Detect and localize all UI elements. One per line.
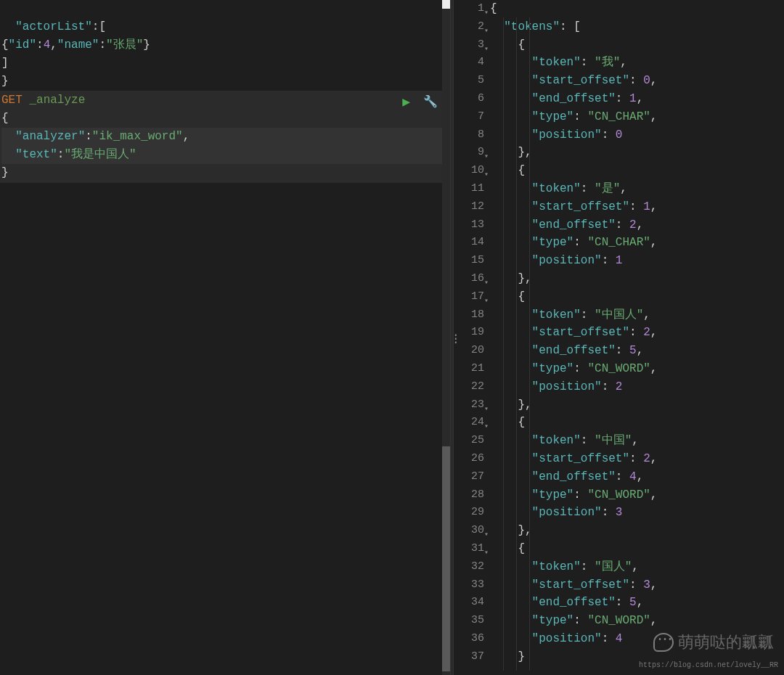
analyzer-key: analyzer	[23, 130, 78, 143]
response-pane: 1▾2▾3▾456789▾10▾111213141516▾17▾18192021…	[454, 0, 784, 675]
wrench-icon[interactable]: 🔧	[423, 94, 438, 109]
endpoint: _analyze	[29, 94, 85, 107]
response-code[interactable]: { "tokens": [ { "token": "我", "start_off…	[490, 0, 784, 675]
indent-guide	[516, 17, 517, 671]
editor-code[interactable]: "actorList":[ {"id":4,"name":"{"id":4,"n…	[0, 0, 454, 91]
run-icon[interactable]: ▶	[402, 94, 410, 110]
brace-open: {	[1, 112, 9, 125]
text-value: 我是中国人	[71, 148, 129, 161]
request-editor-pane[interactable]: "actorList":[ {"id":4,"name":"{"id":4,"n…	[0, 0, 454, 675]
indent-guide	[503, 17, 504, 671]
brace-close: }	[1, 166, 9, 179]
analyze-request-block[interactable]: ▶ 🔧 GET _analyze { "analyzer":"ik_max_wo…	[0, 91, 454, 183]
analyzer-value: ik_max_word	[99, 130, 176, 143]
text-key: text	[23, 148, 50, 161]
indent-guide	[529, 17, 530, 671]
request-actions: ▶ 🔧	[402, 94, 438, 110]
line-gutter: 1▾2▾3▾456789▾10▾111213141516▾17▾18192021…	[454, 0, 490, 675]
http-method: GET	[1, 94, 23, 107]
